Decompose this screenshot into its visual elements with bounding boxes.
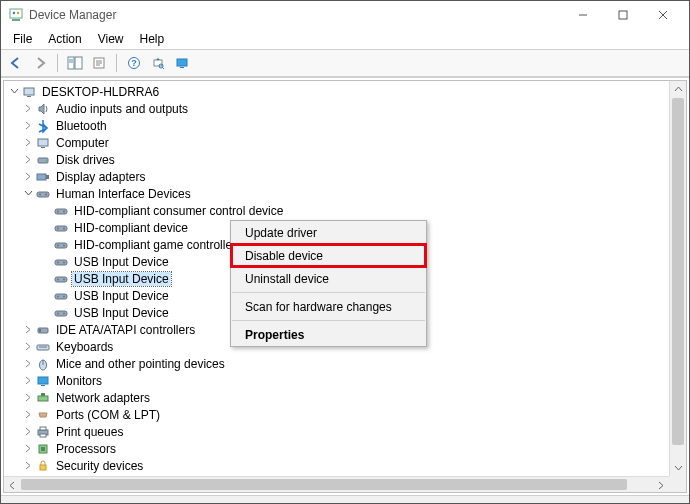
- svg-rect-5: [619, 11, 627, 19]
- tree-label: Audio inputs and outputs: [54, 102, 190, 116]
- tree-label: DESKTOP-HLDRRA6: [40, 85, 161, 99]
- speaker-icon: [36, 102, 50, 116]
- chevron-right-icon[interactable]: [22, 460, 34, 472]
- printer-icon: [36, 425, 50, 439]
- svg-rect-70: [40, 434, 46, 437]
- svg-point-38: [57, 227, 59, 229]
- scroll-track[interactable]: [670, 98, 686, 459]
- svg-rect-0: [10, 9, 22, 18]
- chevron-right-icon[interactable]: [22, 171, 34, 183]
- tree-root[interactable]: DESKTOP-HLDRRA6: [4, 83, 669, 100]
- svg-rect-24: [27, 96, 31, 97]
- chevron-right-icon[interactable]: [22, 426, 34, 438]
- tree-node-disk[interactable]: Disk drives: [4, 151, 669, 168]
- svg-rect-62: [41, 385, 45, 386]
- toolbar-separator: [57, 54, 58, 72]
- svg-rect-22: [180, 67, 184, 68]
- toolbar-show-hide-console-button[interactable]: [64, 52, 86, 74]
- tree-node-network[interactable]: Network adapters: [4, 389, 669, 406]
- scroll-left-icon[interactable]: [4, 477, 21, 493]
- nav-forward-button[interactable]: [29, 52, 51, 74]
- scroll-track[interactable]: [21, 477, 652, 492]
- scroll-down-icon[interactable]: [670, 459, 687, 476]
- chevron-right-icon[interactable]: [22, 324, 34, 336]
- toolbar-scan-button[interactable]: [147, 52, 169, 74]
- ctx-update-driver[interactable]: Update driver: [231, 221, 426, 244]
- keyboard-icon: [36, 340, 50, 354]
- chevron-right-icon[interactable]: [22, 120, 34, 132]
- tree-node-monitors[interactable]: Monitors: [4, 372, 669, 389]
- chevron-right-icon[interactable]: [22, 443, 34, 455]
- hid-icon: [54, 289, 68, 303]
- app-icon: [9, 8, 23, 22]
- display-adapter-icon: [36, 170, 50, 184]
- svg-point-66: [42, 414, 43, 415]
- chevron-right-icon[interactable]: [22, 392, 34, 404]
- minimize-button[interactable]: [563, 1, 603, 29]
- menu-view[interactable]: View: [90, 30, 132, 48]
- svg-rect-8: [68, 57, 74, 69]
- menu-file[interactable]: File: [5, 30, 40, 48]
- chevron-right-icon[interactable]: [22, 375, 34, 387]
- scroll-thumb[interactable]: [672, 98, 684, 445]
- tree-node-hid[interactable]: Human Interface Devices: [4, 185, 669, 202]
- scrollbar-corner: [669, 476, 686, 492]
- tree-node-display[interactable]: Display adapters: [4, 168, 669, 185]
- tree-node-audio[interactable]: Audio inputs and outputs: [4, 100, 669, 117]
- svg-rect-34: [55, 209, 67, 214]
- ctx-uninstall-device[interactable]: Uninstall device: [231, 267, 426, 290]
- tree-node-computer[interactable]: Computer: [4, 134, 669, 151]
- toolbar-properties-button[interactable]: [88, 52, 110, 74]
- chevron-down-icon[interactable]: [22, 188, 34, 200]
- chevron-right-icon[interactable]: [22, 103, 34, 115]
- tree-label: IDE ATA/ATAPI controllers: [54, 323, 197, 337]
- tree-label: Monitors: [54, 374, 104, 388]
- svg-point-28: [45, 159, 47, 161]
- monitor-icon: [36, 374, 50, 388]
- svg-point-50: [57, 295, 59, 297]
- tree-node-hid-consumer[interactable]: HID-compliant consumer control device: [4, 202, 669, 219]
- tree-node-mice[interactable]: Mice and other pointing devices: [4, 355, 669, 372]
- svg-point-47: [57, 278, 59, 280]
- chevron-right-icon[interactable]: [22, 409, 34, 421]
- svg-text:?: ?: [131, 58, 137, 68]
- svg-rect-40: [55, 243, 67, 248]
- computer-icon: [36, 136, 50, 150]
- tree-node-print[interactable]: Print queues: [4, 423, 669, 440]
- chevron-right-icon[interactable]: [22, 154, 34, 166]
- status-bar: [1, 495, 689, 503]
- toolbar: ?: [1, 49, 689, 77]
- toolbar-help-button[interactable]: ?: [123, 52, 145, 74]
- menu-action[interactable]: Action: [40, 30, 89, 48]
- close-button[interactable]: [643, 1, 683, 29]
- chevron-down-icon[interactable]: [8, 86, 20, 98]
- chevron-right-icon[interactable]: [22, 137, 34, 149]
- ctx-scan-hardware[interactable]: Scan for hardware changes: [231, 295, 426, 318]
- tree-node-security[interactable]: Security devices: [4, 457, 669, 474]
- svg-rect-73: [40, 465, 46, 470]
- horizontal-scrollbar[interactable]: [4, 476, 669, 492]
- chevron-right-icon[interactable]: [22, 341, 34, 353]
- tree-node-ports[interactable]: Ports (COM & LPT): [4, 406, 669, 423]
- svg-rect-26: [41, 147, 45, 148]
- chevron-right-icon[interactable]: [22, 358, 34, 370]
- menu-help[interactable]: Help: [132, 30, 173, 48]
- tree-label: USB Input Device: [72, 289, 171, 303]
- scroll-right-icon[interactable]: [652, 477, 669, 493]
- svg-point-35: [57, 210, 59, 212]
- svg-rect-1: [12, 19, 20, 21]
- svg-rect-37: [55, 226, 67, 231]
- hid-icon: [54, 204, 68, 218]
- ctx-disable-device[interactable]: Disable device: [231, 244, 426, 267]
- ctx-properties[interactable]: Properties: [231, 323, 426, 346]
- tree-node-bluetooth[interactable]: Bluetooth: [4, 117, 669, 134]
- nav-back-button[interactable]: [5, 52, 27, 74]
- maximize-button[interactable]: [603, 1, 643, 29]
- vertical-scrollbar[interactable]: [669, 81, 686, 476]
- tree-node-processors[interactable]: Processors: [4, 440, 669, 457]
- toolbar-monitor-button[interactable]: [171, 52, 193, 74]
- scroll-up-icon[interactable]: [670, 81, 687, 98]
- svg-rect-29: [37, 174, 46, 180]
- scroll-thumb[interactable]: [21, 479, 627, 490]
- tree-label: Print queues: [54, 425, 125, 439]
